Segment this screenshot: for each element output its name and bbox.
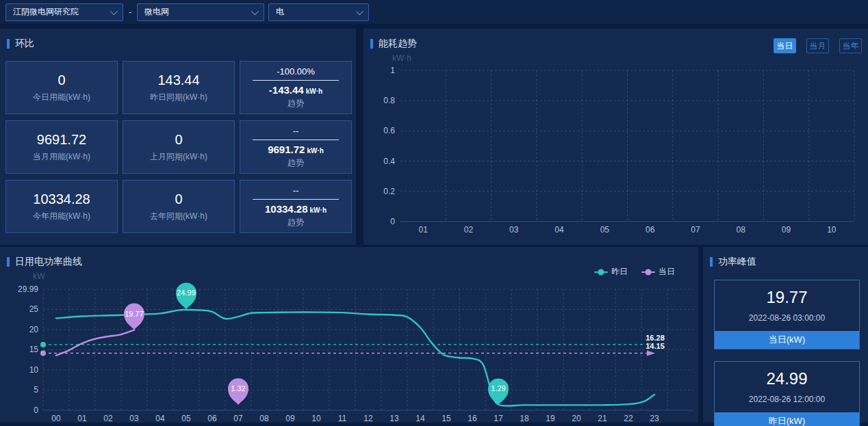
svg-text:06: 06 xyxy=(646,225,655,235)
svg-text:21: 21 xyxy=(598,414,607,423)
svg-text:08: 08 xyxy=(259,414,269,423)
svg-text:23: 23 xyxy=(650,414,659,423)
svg-text:1.32: 1.32 xyxy=(231,384,245,392)
trend-card-day: -100.00% -143.44kW·h 趋势 xyxy=(240,61,352,114)
svg-text:24.99: 24.99 xyxy=(177,289,196,297)
divider xyxy=(253,199,339,200)
stat-card-today: 0 今日用能(kW·h) xyxy=(5,61,118,114)
stat-label: 今日用能(kW·h) xyxy=(33,92,90,103)
peak-card-today: 19.77 2022-08-26 03:00:00 当日(kW) xyxy=(714,280,860,349)
org-select-value: 江阴微电网研究院 xyxy=(13,6,79,18)
svg-text:29.99: 29.99 xyxy=(18,284,38,294)
select-separator: - xyxy=(129,8,131,17)
stat-card-this-year: 10334.28 今年用能(kW·h) xyxy=(5,180,118,233)
svg-text:14: 14 xyxy=(416,414,425,423)
trend-value: 10334.28 xyxy=(265,203,308,215)
power-peak-panel: 功率峰值 19.77 2022-08-26 03:00:00 当日(kW) 24… xyxy=(703,247,868,423)
peak-value: 24.99 xyxy=(719,369,855,388)
stat-value: 143.44 xyxy=(157,72,199,88)
ring-compare-panel: 环比 0 今日用能(kW·h) 143.44 昨日同期(kW·h) -100.0… xyxy=(0,29,356,245)
daily-power-chart[interactable]: kW051015202529.9900010203040506070809101… xyxy=(0,247,698,423)
chevron-down-icon xyxy=(356,7,363,14)
peak-value: 19.77 xyxy=(719,288,855,307)
energy-trend-chart[interactable]: kW·h00.20.40.60.8101020304050607080910 xyxy=(363,29,868,245)
stat-value: 10334.28 xyxy=(33,191,90,207)
svg-text:02: 02 xyxy=(103,414,113,423)
grid-select[interactable]: 微电网 xyxy=(137,3,264,21)
svg-text:kW: kW xyxy=(33,271,45,281)
svg-text:0: 0 xyxy=(34,405,38,415)
trend-unit: kW·h xyxy=(310,207,327,214)
trend-percent: -100.00% xyxy=(277,66,315,77)
daily-power-panel: 日用电功率曲线 昨日 当日 kW051015202529.99000102030… xyxy=(0,247,698,423)
svg-text:11: 11 xyxy=(338,414,347,423)
svg-text:02: 02 xyxy=(464,225,474,235)
org-select[interactable]: 江阴微电网研究院 xyxy=(5,3,123,21)
svg-text:22: 22 xyxy=(624,414,633,423)
svg-text:17: 17 xyxy=(494,414,503,423)
power-peak-title: 功率峰值 xyxy=(703,247,868,268)
svg-text:0.6: 0.6 xyxy=(383,126,395,135)
stat-value: 0 xyxy=(58,72,65,88)
svg-text:13: 13 xyxy=(390,414,399,423)
stat-label: 当月用能(kW·h) xyxy=(33,151,90,163)
svg-text:15: 15 xyxy=(442,414,451,423)
svg-text:09: 09 xyxy=(285,414,295,423)
svg-text:20: 20 xyxy=(29,325,39,334)
svg-text:04: 04 xyxy=(554,225,564,235)
svg-text:03: 03 xyxy=(129,414,139,423)
svg-text:01: 01 xyxy=(418,225,428,235)
svg-text:07: 07 xyxy=(691,225,700,235)
svg-text:0.2: 0.2 xyxy=(383,187,395,196)
chevron-down-icon xyxy=(110,7,118,14)
stat-value: 9691.72 xyxy=(37,132,86,147)
stat-card-this-month: 9691.72 当月用能(kW·h) xyxy=(5,120,118,174)
svg-text:19.77: 19.77 xyxy=(125,310,144,318)
svg-text:10: 10 xyxy=(29,365,39,375)
trend-card-month: -- 9691.72kW·h 趋势 xyxy=(240,120,352,174)
svg-text:14.15: 14.15 xyxy=(646,342,665,350)
trend-label: 趋势 xyxy=(288,157,304,169)
svg-text:0: 0 xyxy=(390,217,395,226)
svg-text:06: 06 xyxy=(207,414,217,423)
stat-card-last-year: 0 去年同期(kW·h) xyxy=(123,180,235,233)
stat-label: 今年用能(kW·h) xyxy=(33,211,90,222)
energy-trend-panel: 能耗趋势 当日 当月 当年 kW·h00.20.40.60.8101020304… xyxy=(363,29,868,245)
trend-label: 趋势 xyxy=(288,98,304,109)
svg-text:00: 00 xyxy=(51,414,61,423)
svg-text:01: 01 xyxy=(77,414,87,423)
chevron-down-icon xyxy=(251,7,259,14)
trend-card-year: -- 10334.28kW·h 趋势 xyxy=(240,180,352,233)
trend-value: -143.44 xyxy=(269,84,304,96)
peak-card-label-bar: 昨日(kW) xyxy=(715,412,859,426)
svg-text:04: 04 xyxy=(155,414,165,423)
svg-text:10: 10 xyxy=(311,414,321,423)
svg-text:16.28: 16.28 xyxy=(646,334,665,342)
svg-text:0.8: 0.8 xyxy=(383,96,395,105)
svg-text:16: 16 xyxy=(468,414,477,423)
energy-type-select[interactable]: 电 xyxy=(268,3,369,21)
svg-text:1: 1 xyxy=(390,66,395,75)
energy-type-select-value: 电 xyxy=(276,6,284,18)
trend-unit: kW·h xyxy=(307,147,323,155)
stat-card-last-month: 0 上月同期(kW·h) xyxy=(123,120,235,174)
trend-percent: -- xyxy=(293,126,299,136)
trend-label: 趋势 xyxy=(288,217,304,228)
svg-text:05: 05 xyxy=(181,414,191,423)
svg-text:20: 20 xyxy=(572,414,581,423)
svg-text:25: 25 xyxy=(29,304,39,314)
divider xyxy=(253,139,339,140)
svg-text:18: 18 xyxy=(520,414,529,423)
stat-card-yesterday: 143.44 昨日同期(kW·h) xyxy=(123,61,235,114)
svg-text:19: 19 xyxy=(546,414,555,423)
peak-card-yesterday: 24.99 2022-08-26 12:00:00 昨日(kW) xyxy=(714,361,860,426)
stat-value: 0 xyxy=(175,132,182,147)
stat-label: 昨日同期(kW·h) xyxy=(150,92,207,103)
ring-compare-title: 环比 xyxy=(0,29,356,50)
svg-text:03: 03 xyxy=(509,225,519,235)
trend-unit: kW·h xyxy=(306,88,322,95)
stat-label: 去年同期(kW·h) xyxy=(150,211,207,222)
svg-text:1.29: 1.29 xyxy=(491,384,505,392)
peak-timestamp: 2022-08-26 03:00:00 xyxy=(719,313,855,323)
stat-value: 0 xyxy=(175,191,182,207)
